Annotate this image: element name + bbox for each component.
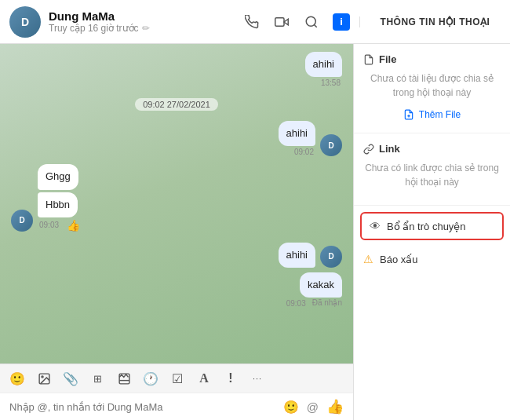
call-icon[interactable] <box>243 13 260 31</box>
link-section-title: Link <box>363 143 501 155</box>
header-action-icons: i <box>243 13 350 31</box>
clock-icon[interactable]: 🕐 <box>141 369 160 388</box>
report-button[interactable]: ⚠ Báo xấu <box>354 247 510 272</box>
search-icon[interactable] <box>303 13 320 31</box>
message-avatar: D <box>320 134 342 156</box>
messages-list: ahihi 13:58 09:02 27/02/2021 ahihi 09:02… <box>0 44 353 363</box>
chat-area: ahihi 13:58 09:02 27/02/2021 ahihi 09:02… <box>0 44 353 420</box>
video-icon[interactable] <box>273 13 290 31</box>
svg-marker-0 <box>284 19 288 25</box>
image-icon[interactable] <box>35 369 53 388</box>
chat-header: D Dung MaMa Truy cập 16 giờ trước ✏ i TH… <box>0 0 510 44</box>
report-icon: ⚠ <box>363 253 373 265</box>
message-bubble-group: kakak 09:03 Đã nhận <box>285 272 342 308</box>
input-action-icons: 🙂 @ 👍 <box>283 398 344 415</box>
file-empty-text: Chưa có tài liệu được chia sẻ trong hội … <box>363 71 501 100</box>
message-bubble-group: ahihi 13:58 <box>305 52 342 87</box>
message-bubble-group: ahihi 09:02 <box>279 121 315 156</box>
panel-title: THÔNG TIN HỘI THOẠI <box>359 16 501 27</box>
svg-point-2 <box>306 16 315 26</box>
text-icon[interactable]: A <box>195 369 213 388</box>
contact-name: Dung MaMa <box>49 9 243 23</box>
message-bubble: kakak <box>300 272 342 298</box>
info-icon[interactable]: i <box>333 13 350 31</box>
main-layout: ahihi 13:58 09:02 27/02/2021 ahihi 09:02… <box>0 44 510 420</box>
message-row: ahihi 13:58 <box>11 52 342 87</box>
more-icon[interactable]: ··· <box>248 369 267 388</box>
attachment-icon[interactable]: 📎 <box>61 369 80 388</box>
message-time: 09:03 <box>285 299 308 308</box>
thumbs-up-send-icon[interactable]: 👍 <box>326 398 344 415</box>
link-section: Link Chưa có link được chia sẻ trong hội… <box>354 133 510 206</box>
svg-rect-1 <box>275 17 284 26</box>
edit-icon[interactable]: ✏ <box>142 23 150 34</box>
message-row: D Ghgg Hbbn 09:03 👍 <box>11 164 342 231</box>
right-panel: File Chưa có tài liệu được chia sẻ trong… <box>353 44 510 420</box>
grid-icon[interactable]: ⊞ <box>88 369 107 388</box>
contact-status: Truy cập 16 giờ trước ✏ <box>49 23 243 34</box>
mention-icon[interactable]: @ <box>307 400 319 414</box>
message-bubble: ahihi <box>305 52 342 77</box>
message-row: kakak 09:03 Đã nhận <box>11 272 342 308</box>
svg-line-3 <box>314 24 316 27</box>
message-row: ahihi 09:02 D <box>11 121 342 156</box>
hide-chat-icon: 👁 <box>370 220 381 232</box>
thumbs-up-icon[interactable]: 👍 <box>67 219 80 232</box>
message-avatar: D <box>320 246 342 268</box>
add-file-button[interactable]: Thêm File <box>363 106 501 123</box>
message-bubble: ahihi <box>279 121 315 146</box>
file-section: File Chưa có tài liệu được chia sẻ trong… <box>354 44 510 133</box>
message-status: Đã nhận <box>312 298 342 307</box>
message-bubble: ahihi <box>279 243 315 268</box>
message-avatar: D <box>11 210 33 232</box>
emoji-picker-icon[interactable]: 🙂 <box>283 400 299 415</box>
message-bubble: Ghgg <box>38 164 78 189</box>
hide-chat-button[interactable]: 👁 Bổ ẩn trò chuyện <box>360 212 504 240</box>
date-divider: 09:02 27/02/2021 <box>11 98 342 110</box>
link-empty-text: Chưa có link được chia sẻ trong hội thoạ… <box>363 161 501 189</box>
message-time: 09:02 <box>293 148 315 156</box>
message-input[interactable] <box>9 401 277 413</box>
message-toolbar: 🙂 📎 ⊞ 🕐 ☑ A ! ··· <box>0 363 353 393</box>
checklist-icon[interactable]: ☑ <box>168 369 187 388</box>
message-time: 13:58 <box>319 79 342 87</box>
message-input-area: 🙂 @ 👍 <box>0 393 353 420</box>
contact-avatar: D <box>9 6 41 38</box>
message-row: ahihi D <box>11 243 342 268</box>
svg-point-5 <box>41 375 42 377</box>
exclamation-icon[interactable]: ! <box>221 369 240 388</box>
message-bubble: Hbbn <box>38 192 78 217</box>
message-bubble-group: ahihi <box>279 243 315 268</box>
file-section-title: File <box>363 53 501 65</box>
message-bubble-group: Ghgg Hbbn 09:03 👍 <box>38 164 80 231</box>
message-time: 09:03 <box>38 221 60 229</box>
emoji-icon[interactable]: 🙂 <box>8 369 27 388</box>
photo-icon[interactable] <box>115 369 133 388</box>
contact-info: Dung MaMa Truy cập 16 giờ trước ✏ <box>49 9 243 34</box>
